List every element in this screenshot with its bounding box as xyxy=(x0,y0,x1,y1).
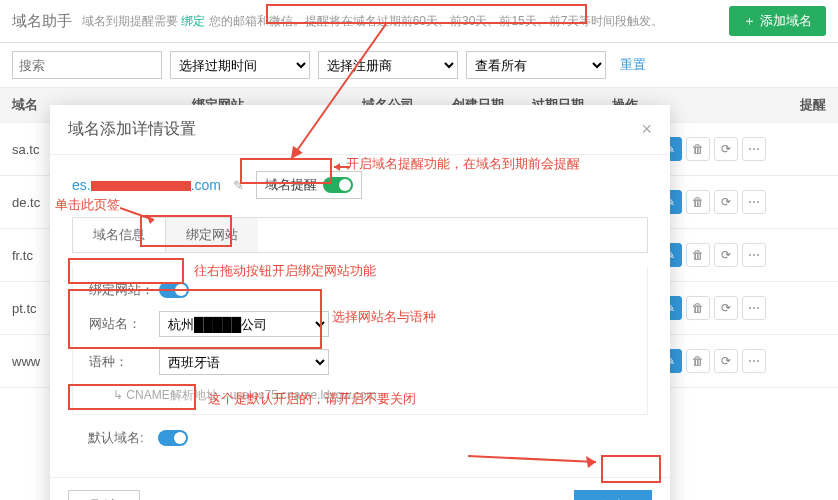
header-hint: 域名到期提醒需要 绑定 您的邮箱和微信。提醒将在域名过期前60天、前30天、前1… xyxy=(82,13,663,30)
th-remind: 提醒 xyxy=(800,96,826,114)
more-icon[interactable]: ⋯ xyxy=(742,190,766,214)
trash-icon[interactable]: 🗑 xyxy=(686,190,710,214)
redacted xyxy=(91,181,191,191)
app-title: 域名助手 xyxy=(12,12,72,31)
default-domain-toggle[interactable] xyxy=(158,430,188,446)
bind-site-toggle[interactable] xyxy=(159,282,189,298)
refresh-icon[interactable]: ⟳ xyxy=(714,137,738,161)
trash-icon[interactable]: 🗑 xyxy=(686,137,710,161)
site-name-select[interactable]: 杭州█████公司 xyxy=(159,311,329,337)
cancel-button[interactable]: 取消 xyxy=(68,490,140,500)
cname-hint: ↳ CNAME解析地址：usalos75.cname.ldygw.com xyxy=(113,387,631,404)
bind-site-label: 绑定网站： xyxy=(89,281,159,299)
expire-select[interactable]: 选择过期时间 xyxy=(170,51,310,79)
tab-content: 绑定网站： 网站名： 杭州█████公司 语种： 西班牙语 ↳ CNAME解析地… xyxy=(72,267,648,415)
view-select[interactable]: 查看所有 xyxy=(466,51,606,79)
header-tip: 提醒将在域名过期前60天、前30天、前15天、前7天等时间段触发。 xyxy=(305,14,664,28)
pencil-icon[interactable]: ✎ xyxy=(233,178,244,193)
tabs: 域名信息 绑定网站 xyxy=(72,217,648,253)
header: 域名助手 域名到期提醒需要 绑定 您的邮箱和微信。提醒将在域名过期前60天、前3… xyxy=(0,0,838,43)
refresh-icon[interactable]: ⟳ xyxy=(714,190,738,214)
modal-footer: 取消 保存 xyxy=(50,477,670,500)
language-select[interactable]: 西班牙语 xyxy=(159,349,329,375)
more-icon[interactable]: ⋯ xyxy=(742,137,766,161)
add-domain-button[interactable]: ＋ 添加域名 xyxy=(729,6,826,36)
domain-settings-modal: 域名添加详情设置 × es..com ✎ 域名提醒 域名信息 绑定网站 绑定网站… xyxy=(50,105,670,500)
domain-remind-toggle-group: 域名提醒 xyxy=(256,171,362,199)
trash-icon[interactable]: 🗑 xyxy=(686,349,710,373)
save-button[interactable]: 保存 xyxy=(574,490,652,500)
domain-edit-row: es..com ✎ 域名提醒 xyxy=(72,171,648,199)
bind-link[interactable]: 绑定 xyxy=(181,14,205,28)
default-domain-label: 默认域名: xyxy=(88,429,158,447)
refresh-icon[interactable]: ⟳ xyxy=(714,243,738,267)
refresh-icon[interactable]: ⟳ xyxy=(714,296,738,320)
more-icon[interactable]: ⋯ xyxy=(742,296,766,320)
modal-header: 域名添加详情设置 × xyxy=(50,105,670,155)
trash-icon[interactable]: 🗑 xyxy=(686,243,710,267)
filter-bar: 选择过期时间 选择注册商 查看所有 重置 xyxy=(0,43,838,87)
registrar-select[interactable]: 选择注册商 xyxy=(318,51,458,79)
language-label: 语种： xyxy=(89,353,159,371)
site-name-label: 网站名： xyxy=(89,315,159,333)
tab-bind-site[interactable]: 绑定网站 xyxy=(166,218,258,252)
refresh-icon[interactable]: ⟳ xyxy=(714,349,738,373)
search-input[interactable] xyxy=(12,51,162,79)
modal-title: 域名添加详情设置 xyxy=(68,119,196,140)
default-domain-row: 默认域名: xyxy=(72,415,648,461)
tab-domain-info[interactable]: 域名信息 xyxy=(73,218,166,252)
close-icon[interactable]: × xyxy=(641,119,652,140)
trash-icon[interactable]: 🗑 xyxy=(686,296,710,320)
domain-name: es..com xyxy=(72,177,221,193)
reset-link[interactable]: 重置 xyxy=(620,56,646,74)
domain-remind-toggle[interactable] xyxy=(323,177,353,193)
row-ops: ✎ 🗑 ⟳ ⋯ xyxy=(658,137,766,161)
more-icon[interactable]: ⋯ xyxy=(742,349,766,373)
more-icon[interactable]: ⋯ xyxy=(742,243,766,267)
